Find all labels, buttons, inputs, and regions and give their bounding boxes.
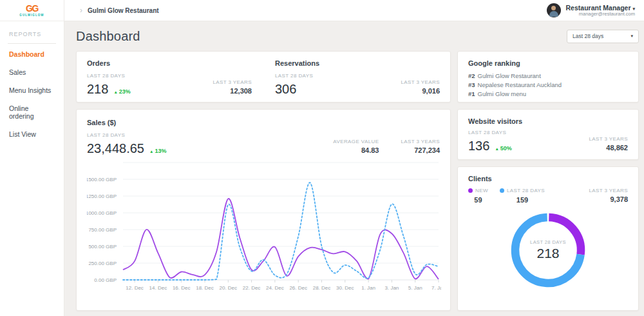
trend-up-icon: ▲ [113, 90, 117, 94]
svg-text:7. Jan: 7. Jan [431, 285, 441, 291]
sales-big-stat: LAST 28 DAYS 23,448.65 ▲13% [87, 132, 166, 156]
legend-dot-icon [468, 188, 473, 193]
legend-dot-icon [500, 188, 504, 193]
sidebar-section-title: REPORTS [9, 31, 64, 37]
sales-stats: LAST 28 DAYS 23,448.65 ▲13% AVERAGE VALU… [87, 132, 440, 156]
svg-text:16. Dec: 16. Dec [173, 285, 191, 291]
svg-text:28. Dec: 28. Dec [313, 285, 331, 291]
website-visitors-card: Website visitors LAST 28 DAYS 136 ▲50% L [457, 109, 639, 160]
google-ranking-card: Google ranking #2Gulmi Glow Restaurant#3… [457, 51, 639, 103]
clients-title: Clients [468, 175, 628, 183]
clients-legend-item: NEW59 [468, 188, 488, 204]
orders-delta: ▲23% [113, 88, 130, 95]
sidebar-item-list-view[interactable]: List View [0, 125, 64, 143]
google-ranking-title: Google ranking [468, 59, 628, 67]
sidebar-item-online-ordering[interactable]: Online ordering [0, 99, 64, 125]
dashboard-grid: Orders LAST 28 DAYS 218 ▲23% [76, 51, 639, 311]
svg-text:26. Dec: 26. Dec [289, 285, 307, 291]
visitors-years-stat: LAST 3 YEARS 48,862 [589, 136, 628, 153]
reservations-title: Reservations [275, 59, 440, 67]
sales-title: Sales ($) [87, 119, 440, 126]
orders-title: Orders [87, 59, 252, 67]
app-window: GG GULMIGLOW REPORTS DashboardSalesMenu … [0, 0, 644, 316]
svg-text:250.00 GBP: 250.00 GBP [88, 261, 117, 266]
svg-text:500.00 GBP: 500.00 GBP [88, 244, 117, 250]
trend-up-icon: ▲ [495, 146, 498, 151]
clients-legend: NEW59LAST 28 DAYS159 [468, 188, 545, 204]
website-visitors-title: Website visitors [468, 117, 628, 125]
logo[interactable]: GG GULMIGLOW [0, 0, 64, 21]
reservations-stats: LAST 28 DAYS 306 LAST 3 YEARS 9,016 [275, 73, 440, 97]
trend-up-icon: ▲ [149, 149, 153, 153]
user-menu[interactable]: Restaurant Manager▾ manager@restaurant.c… [547, 3, 635, 17]
clients-years-stat: LAST 3 YEARS 9,378 [589, 188, 628, 205]
svg-text:1250.00 GBP: 1250.00 GBP [87, 193, 117, 199]
page-title: Dashboard [76, 29, 140, 44]
svg-text:1000.00 GBP: 1000.00 GBP [87, 210, 117, 216]
svg-text:750.00 GBP: 750.00 GBP [88, 227, 117, 233]
clients-donut: LAST 28 DAYS 218 [507, 209, 589, 291]
sidebar-divider [8, 43, 56, 44]
topbar: › Gulmi Glow Restaurant Restaurant Manag… [64, 0, 644, 21]
chevron-right-icon: › [80, 6, 82, 14]
sidebar: GG GULMIGLOW REPORTS DashboardSalesMenu … [0, 0, 64, 316]
reservations-years-stat: LAST 3 YEARS 9,016 [401, 79, 440, 97]
sales-card: Sales ($) LAST 28 DAYS 23,448.65 ▲13% [76, 109, 451, 311]
logo-monogram-icon: GG [26, 5, 38, 13]
ranking-item: #1Gulmi Glow menu [468, 90, 628, 99]
sales-delta: ▲13% [149, 148, 166, 154]
right-column: Google ranking #2Gulmi Glow Restaurant#3… [457, 51, 639, 311]
svg-text:3. Jan: 3. Jan [385, 285, 399, 291]
logo-name: GULMIGLOW [19, 14, 44, 17]
user-name: Restaurant Manager▾ [566, 4, 635, 12]
breadcrumb[interactable]: › Gulmi Glow Restaurant [80, 6, 159, 14]
reservations-big-stat: LAST 28 DAYS 306 [275, 73, 313, 97]
user-meta: Restaurant Manager▾ manager@restaurant.c… [566, 4, 635, 17]
sales-years-stat: LAST 3 YEARS 727,234 [401, 139, 440, 156]
clients-card: Clients NEW59LAST 28 DAYS159 LAST 3 YEAR… [457, 166, 639, 311]
svg-text:30. Dec: 30. Dec [336, 285, 354, 291]
svg-text:20. Dec: 20. Dec [220, 285, 238, 291]
website-visitors-stats: LAST 28 DAYS 136 ▲50% LAST 3 YEARS 48,86… [468, 130, 628, 153]
svg-text:24. Dec: 24. Dec [266, 285, 284, 291]
svg-text:14. Dec: 14. Dec [149, 285, 167, 291]
svg-text:5. Jan: 5. Jan [408, 285, 422, 291]
date-range-value: Last 28 days [573, 33, 603, 39]
visitors-value: 136 [468, 139, 489, 153]
user-email: manager@restaurant.com [566, 12, 635, 17]
date-range-select[interactable]: Last 28 days ▾ [567, 30, 639, 43]
visitors-big-stat: LAST 28 DAYS 136 ▲50% [468, 130, 512, 153]
ranking-item: #3Nepalese Restaurant Auckland [468, 81, 628, 90]
visitors-delta: ▲50% [495, 145, 511, 152]
orders-reservations-card: Orders LAST 28 DAYS 218 ▲23% [76, 51, 451, 103]
svg-text:12. Dec: 12. Dec [126, 285, 144, 291]
sidebar-item-dashboard[interactable]: Dashboard [0, 45, 64, 63]
sales-value: 23,448.65 [87, 141, 144, 156]
left-column: Orders LAST 28 DAYS 218 ▲23% [76, 51, 451, 311]
page-header: Dashboard Last 28 days ▾ [76, 21, 639, 51]
sidebar-nav: DashboardSalesMenu InsightsOnline orderi… [0, 45, 64, 143]
reservations-value: 306 [275, 82, 296, 97]
caret-down-icon: ▾ [630, 34, 633, 39]
breadcrumb-label: Gulmi Glow Restaurant [88, 7, 159, 14]
google-ranking-list: #2Gulmi Glow Restaurant#3Nepalese Restau… [468, 72, 628, 99]
orders-years-stat: LAST 3 YEARS 12,308 [213, 79, 252, 97]
orders-value: 218 [87, 82, 108, 97]
clients-stats: NEW59LAST 28 DAYS159 LAST 3 YEARS 9,378 [468, 188, 628, 205]
orders-big-stat: LAST 28 DAYS 218 ▲23% [87, 73, 131, 97]
svg-text:0.00 GBP: 0.00 GBP [94, 277, 117, 283]
svg-text:18. Dec: 18. Dec [196, 285, 214, 291]
sales-average-stat: AVERAGE VALUE 84.83 [333, 139, 379, 156]
clients-legend-item: LAST 28 DAYS159 [500, 188, 545, 204]
svg-text:22. Dec: 22. Dec [243, 285, 261, 291]
svg-text:1500.00 GBP: 1500.00 GBP [87, 177, 117, 183]
sidebar-item-sales[interactable]: Sales [0, 63, 64, 81]
sales-line-chart: 0.00 GBP250.00 GBP500.00 GBP750.00 GBP10… [87, 160, 441, 295]
content: Dashboard Last 28 days ▾ Orders LAST [64, 21, 644, 316]
orders-stats: LAST 28 DAYS 218 ▲23% LAST 3 YEARS 12,30… [87, 73, 252, 97]
reservations-section: Reservations LAST 28 DAYS 306 LAST 3 YEA… [269, 59, 440, 94]
caret-down-icon: ▾ [632, 6, 635, 11]
sidebar-item-menu-insights[interactable]: Menu Insights [0, 81, 64, 99]
orders-period-label: LAST 28 DAYS [87, 73, 131, 79]
svg-text:1. Jan: 1. Jan [361, 285, 375, 291]
